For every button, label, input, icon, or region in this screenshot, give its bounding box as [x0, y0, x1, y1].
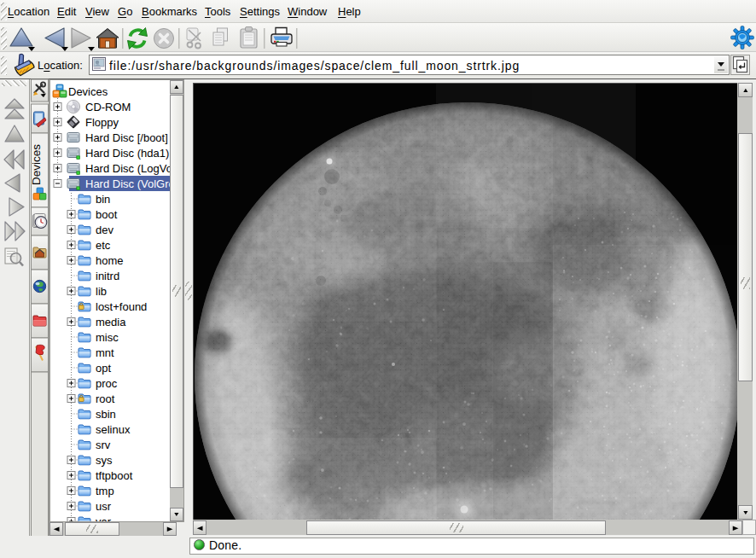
svg-text:misc: misc — [96, 331, 119, 344]
svg-text:var: var — [96, 515, 112, 522]
svg-text:Devices: Devices — [68, 85, 108, 98]
svg-text:tmp: tmp — [96, 485, 114, 497]
svg-text:boot: boot — [96, 208, 118, 221]
svg-text:srv: srv — [96, 439, 111, 451]
svg-text:root: root — [96, 392, 115, 405]
svg-text:dev: dev — [96, 224, 113, 236]
svg-text:etc: etc — [96, 239, 111, 252]
svg-text:Hard Disc (LogVol0: Hard Disc (LogVol0 — [85, 162, 170, 175]
svg-text:CD-ROM: CD-ROM — [85, 101, 131, 113]
svg-text:Hard Disc [/boot]: Hard Disc [/boot] — [85, 131, 168, 144]
svg-text:Floppy: Floppy — [85, 116, 119, 129]
svg-text:initrd: initrd — [96, 270, 119, 282]
svg-text:Hard Disc (hda1) [/: Hard Disc (hda1) [/ — [85, 147, 170, 160]
svg-text:home: home — [96, 254, 124, 267]
svg-text:proc: proc — [96, 377, 118, 390]
svg-text:Hard Disc (VolGrou: Hard Disc (VolGrou — [85, 177, 170, 190]
svg-text:sbin: sbin — [96, 408, 116, 421]
svg-text:sys: sys — [96, 454, 113, 467]
svg-text:opt: opt — [96, 362, 111, 375]
svg-text:usr: usr — [96, 500, 112, 513]
svg-text:Devices: Devices — [31, 144, 43, 185]
svg-text:selinux: selinux — [96, 423, 131, 436]
svg-text:lost+found: lost+found — [96, 300, 147, 313]
svg-text:tftpboot: tftpboot — [96, 469, 133, 482]
svg-text:mnt: mnt — [96, 346, 114, 359]
svg-text:bin: bin — [96, 193, 110, 206]
svg-text:media: media — [96, 316, 126, 328]
svg-text:lib: lib — [96, 285, 107, 298]
